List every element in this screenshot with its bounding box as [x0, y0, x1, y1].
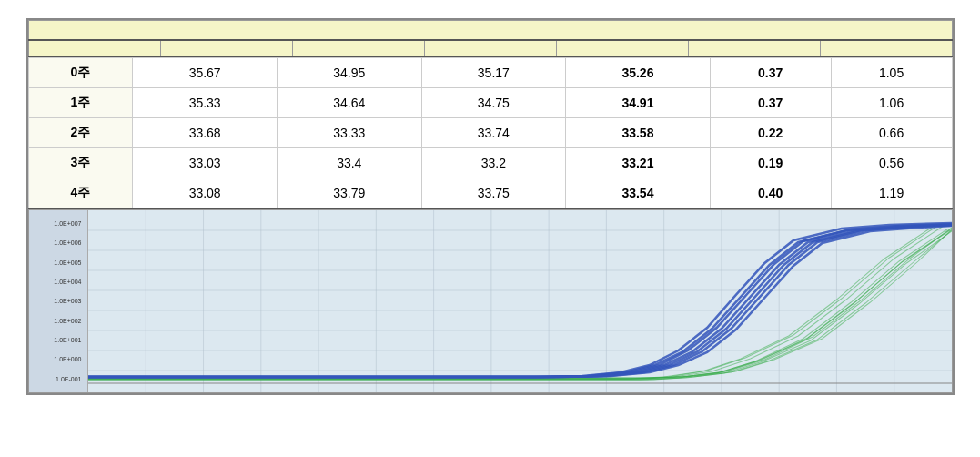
table-row: 0주35.6734.9535.1735.260.371.05	[28, 58, 952, 88]
cell-2: 33.79	[277, 178, 421, 209]
cell-6: 1.05	[831, 58, 952, 88]
table-row: 3주33.0333.433.233.210.190.56	[28, 148, 952, 178]
table-title	[28, 21, 952, 41]
cell-1: 35.67	[133, 58, 278, 88]
col-header-t1	[160, 40, 292, 56]
cell-1: 33.68	[133, 118, 278, 148]
chart-svg	[88, 210, 952, 392]
cell-4: 34.91	[566, 88, 711, 118]
cell-3: 34.75	[421, 88, 566, 118]
cell-1: 33.08	[133, 178, 278, 209]
col-header-mean	[556, 40, 688, 56]
cell-4: 33.58	[566, 118, 711, 148]
cell-5: 0.40	[710, 178, 831, 209]
cell-0: 3주	[28, 148, 133, 178]
main-container: 0주35.6734.9535.1735.260.371.051주35.3334.…	[26, 18, 955, 395]
cell-2: 34.64	[277, 88, 421, 118]
chart-row: 1.0E+0071.0E+0061.0E+0051.0E+0041.0E+003…	[28, 210, 952, 393]
chart-container: 1.0E+0071.0E+0061.0E+0051.0E+0041.0E+003…	[29, 210, 952, 392]
cell-2: 33.33	[277, 118, 421, 148]
y-axis-label: 1.0E+006	[31, 239, 86, 246]
cell-5: 0.37	[710, 58, 831, 88]
y-axis-label: 1.0E+004	[31, 279, 86, 285]
y-axis-label: 1.0E+002	[31, 318, 86, 324]
y-axis-label: 1.0E+000	[31, 356, 86, 362]
cell-0: 4주	[28, 178, 133, 209]
cell-4: 33.54	[566, 178, 711, 209]
title-row	[28, 21, 952, 41]
cell-6: 0.66	[831, 118, 952, 148]
y-axis-label: 1.0E+007	[31, 220, 86, 227]
cell-2: 34.95	[277, 58, 421, 88]
cell-6: 1.19	[831, 178, 952, 209]
cell-5: 0.22	[710, 118, 831, 148]
cell-2: 33.4	[277, 148, 421, 178]
cell-1: 35.33	[133, 88, 278, 118]
col-header-cv	[820, 40, 952, 56]
col-header-week	[28, 40, 160, 56]
y-axis: 1.0E+0071.0E+0061.0E+0051.0E+0041.0E+003…	[29, 210, 88, 392]
cell-1: 33.03	[133, 148, 278, 178]
y-axis-label: 1.0E+001	[31, 337, 86, 343]
y-axis-label: 1.0E+005	[31, 259, 86, 266]
cell-3: 33.2	[421, 148, 566, 178]
y-axis-label: 1.0E-001	[31, 376, 86, 382]
table-row: 4주33.0833.7933.7533.540.401.19	[28, 178, 952, 209]
cell-4: 35.26	[566, 58, 711, 88]
cell-4: 33.21	[566, 148, 711, 178]
header-row	[28, 40, 952, 56]
cell-6: 1.06	[831, 88, 952, 118]
cell-5: 0.37	[710, 88, 831, 118]
col-header-sd	[688, 40, 820, 56]
cell-3: 35.17	[421, 58, 566, 88]
cell-0: 1주	[28, 88, 133, 118]
table-row: 2주33.6833.3333.7433.580.220.66	[28, 118, 952, 148]
cell-3: 33.75	[421, 178, 566, 209]
cell-6: 0.56	[831, 148, 952, 178]
col-header-t2	[292, 40, 424, 56]
y-axis-label: 1.0E+003	[31, 298, 86, 304]
cell-3: 33.74	[421, 118, 566, 148]
cell-0: 0주	[28, 58, 133, 88]
table-row: 1주35.3334.6434.7534.910.371.06	[28, 88, 952, 118]
cell-5: 0.19	[710, 148, 831, 178]
cell-0: 2주	[28, 118, 133, 148]
col-header-t3	[424, 40, 556, 56]
chart-area	[88, 210, 952, 392]
